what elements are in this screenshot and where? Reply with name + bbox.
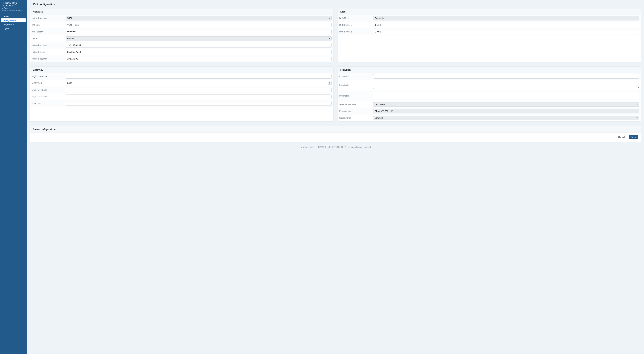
dhcp-label: DHCP bbox=[32, 37, 66, 40]
mqtt-user-label: MQTT Username bbox=[32, 89, 66, 91]
dns-server1-input[interactable] bbox=[373, 23, 639, 27]
dns-card: DNS DNS Mode Automatic DNS Server 1 bbox=[338, 8, 641, 62]
save-card: Save configuration Cancel Save bbox=[30, 126, 641, 142]
brand-byline: by Flovea bbox=[2, 7, 25, 9]
network-address-label: Network address bbox=[32, 44, 66, 46]
zone-uuid-input[interactable] bbox=[66, 101, 332, 106]
network-gateway-input[interactable] bbox=[66, 57, 332, 61]
brand-title: PREDICTIVE FLOWBOX® bbox=[2, 1, 25, 7]
footer-text: Firmware version FLOWBOX_0.8.18_78b82060… bbox=[30, 142, 641, 150]
solenoid-label: Solinoid type bbox=[340, 117, 373, 119]
dns-card-header: DNS bbox=[338, 8, 641, 15]
information-label: Information bbox=[340, 95, 373, 97]
localisation-input[interactable] bbox=[373, 81, 639, 89]
network-card: Network Netowrk interface WIFI Wifi SSID bbox=[30, 8, 334, 62]
water-temp-label: Water temperature bbox=[340, 103, 373, 106]
network-gateway-label: Network gateway bbox=[32, 58, 66, 60]
brand-title-line1: PREDICTIVE bbox=[2, 1, 18, 4]
brand-block: PREDICTIVE FLOWBOX® by Flovea SSID: FLOW… bbox=[0, 1, 27, 12]
mqtt-host-input[interactable] bbox=[66, 74, 332, 78]
dhcp-select[interactable]: Enabled bbox=[66, 36, 332, 41]
cancel-button[interactable]: Cancel bbox=[616, 135, 627, 139]
network-address-input[interactable] bbox=[66, 43, 332, 48]
dns-mode-label: DNS Mode bbox=[340, 17, 373, 20]
flowbox-id-label: Flowbox ID bbox=[340, 75, 373, 78]
sidebar-item-configuration[interactable]: Configuration bbox=[1, 18, 26, 22]
wifi-passkey-input[interactable] bbox=[66, 30, 332, 34]
solenoid-select[interactable]: 21WA4Z bbox=[373, 116, 639, 120]
save-button[interactable]: Save bbox=[628, 135, 638, 139]
flowmeter-select[interactable]: SIKA_VY1030_1/2" bbox=[373, 109, 639, 114]
zone-uuid-label: Zone UUID bbox=[32, 102, 66, 105]
wifi-ssid-label: Wifi SSID bbox=[32, 24, 66, 26]
information-input[interactable] bbox=[373, 92, 639, 100]
mqtt-pass-label: MQTT Password bbox=[32, 96, 66, 98]
dhcp-value: Enabled bbox=[66, 36, 332, 41]
flowbox-id-input[interactable] bbox=[373, 74, 639, 78]
solenoid-value: 21WA4Z bbox=[373, 116, 639, 120]
flowbox-card-header: Flowbox bbox=[338, 66, 641, 73]
water-temp-select[interactable]: Cold Water bbox=[373, 102, 639, 107]
sidebar-nav: Home Configuration Diagnostics Logout bbox=[0, 14, 27, 30]
mqtt-pass-input[interactable] bbox=[66, 94, 332, 99]
sidebar: PREDICTIVE FLOWBOX® by Flovea SSID: FLOW… bbox=[0, 0, 27, 354]
flowmeter-value: SIKA_VY1030_1/2" bbox=[373, 109, 639, 114]
dns-server2-input[interactable] bbox=[373, 30, 639, 34]
wifi-passkey-label: Wifi Passkey bbox=[32, 30, 66, 33]
save-card-header: Save configuration bbox=[30, 126, 641, 132]
network-interface-value: WIFI bbox=[66, 16, 332, 20]
water-temp-value: Cold Water bbox=[373, 102, 639, 107]
page-title: Edit configuration bbox=[30, 2, 641, 8]
wifi-ssid-input[interactable] bbox=[66, 23, 332, 27]
dns-server1-label: DNS Server 1 bbox=[340, 24, 373, 26]
network-interface-label: Netowrk interface bbox=[32, 17, 66, 20]
dns-server2-label: DNS Server 2 bbox=[340, 30, 373, 33]
registered-icon: ® bbox=[15, 4, 16, 6]
flowbox-card: Flowbox Flowbox ID Localisation Informat… bbox=[338, 66, 641, 122]
flowmeter-label: Flowmeter type bbox=[340, 110, 373, 112]
network-mask-label: Network mask bbox=[32, 51, 66, 53]
brand-title-line2: FLOWBOX bbox=[2, 4, 15, 7]
sidebar-item-diagnostics[interactable]: Diagnostics bbox=[1, 22, 26, 26]
sidebar-item-home[interactable]: Home bbox=[1, 14, 26, 18]
mqtt-port-input[interactable] bbox=[66, 81, 332, 85]
config-grid: Network Netowrk interface WIFI Wifi SSID bbox=[30, 8, 641, 122]
brand-ssid: SSID: FLOWBOX_453A07 bbox=[2, 10, 25, 11]
dns-mode-select[interactable]: Automatic bbox=[373, 16, 639, 20]
network-card-header: Network bbox=[30, 8, 333, 15]
localisation-label: Localisation bbox=[340, 84, 373, 86]
sidebar-item-logout[interactable]: Logout bbox=[1, 26, 26, 30]
network-interface-select[interactable]: WIFI bbox=[66, 16, 332, 20]
mqtt-port-label: MQTT Port bbox=[32, 82, 66, 84]
main-content: Edit configuration Network Netowrk inter… bbox=[27, 0, 644, 354]
mqtt-user-input[interactable] bbox=[66, 88, 332, 92]
gateway-card: Gateway MQTT Hostname MQTT Port ▲▼ bbox=[30, 66, 334, 122]
stepper-icon[interactable]: ▲▼ bbox=[328, 82, 331, 85]
gateway-card-header: Gateway bbox=[30, 66, 333, 73]
dns-mode-value: Automatic bbox=[373, 16, 639, 20]
mqtt-host-label: MQTT Hostname bbox=[32, 75, 66, 78]
network-mask-input[interactable] bbox=[66, 50, 332, 54]
